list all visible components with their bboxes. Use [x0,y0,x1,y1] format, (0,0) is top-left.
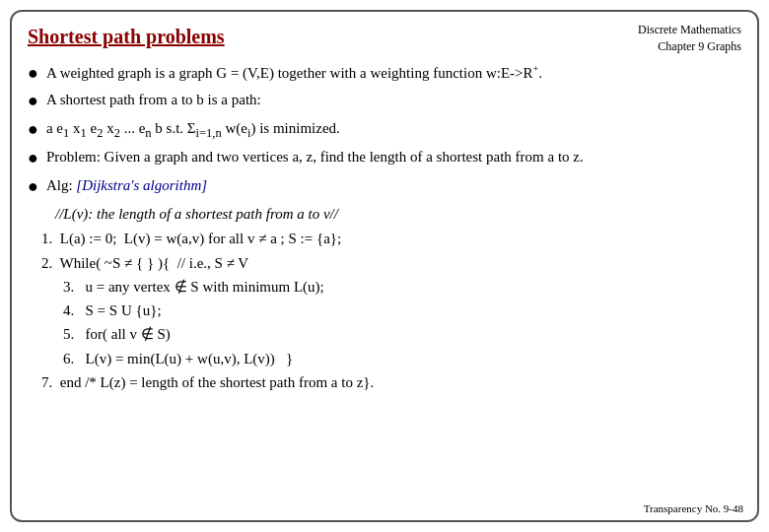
slide-title: Shortest path problems [28,26,225,48]
header-line2: Chapter 9 Graphs [638,38,741,55]
step-5: 5. for( all v ∉ S) [63,323,741,346]
bullet-item-3: ● a e1 x1 e2 x2 ... en b s.t. Σi=1,n w(e… [28,117,741,144]
step-6: 6. L(v) = min(L(u) + w(u,v), L(v)) } [63,348,741,370]
bullet-item-1: ● A weighted graph is a graph G = (V,E) … [28,61,741,88]
header-right: Discrete Mathematics Chapter 9 Graphs [638,22,741,55]
step-4: 4. S = S U {u}; [63,299,741,322]
bullet-text-5: Alg: [Dijkstra's algorithm] [46,174,741,197]
bullet-item-4: ● Problem: Given a graph and two vertice… [28,146,741,172]
italic-note: //L(v): the length of a shortest path fr… [55,203,741,226]
bullet-text-1: A weighted graph is a graph G = (V,E) to… [46,61,741,85]
bullet-item-5: ● Alg: [Dijkstra's algorithm] [28,174,741,201]
step-2: 2. While( ~S ≠ { } ){ // i.e., S ≠ V [41,252,741,275]
content-area: ● A weighted graph is a graph G = (V,E) … [28,61,741,394]
slide-header: Shortest path problems Discrete Mathemat… [28,22,741,55]
step-3: 3. u = any vertex ∉ S with minimum L(u); [63,276,741,299]
transparency-label: Transparency No. 9-48 [644,502,743,514]
bullet-icon-3: ● [28,116,38,144]
bullet-text-2: A shortest path from a to b is a path: [46,89,741,111]
bullet-icon-2: ● [28,88,38,115]
bullet-text-4: Problem: Given a graph and two vertices … [46,146,741,168]
bullet-text-3: a e1 x1 e2 x2 ... en b s.t. Σi=1,n w(ei)… [46,117,741,143]
header-line1: Discrete Mathematics [638,22,741,38]
bullet-item-2: ● A shortest path from a to b is a path: [28,89,741,115]
step-7: 7. end /* L(z) = length of the shortest … [41,371,741,394]
bullet-icon-1: ● [28,60,38,88]
bullet-icon-5: ● [28,173,38,201]
dijkstra-link: [Dijkstra's algorithm] [76,177,207,193]
italic-note-text: //L(v): the length of a shortest path fr… [55,206,338,222]
bullet-icon-4: ● [28,145,38,172]
slide-container: Shortest path problems Discrete Mathemat… [10,10,759,522]
step-1: 1. L(a) := 0; L(v) = w(a,v) for all v ≠ … [41,228,741,250]
